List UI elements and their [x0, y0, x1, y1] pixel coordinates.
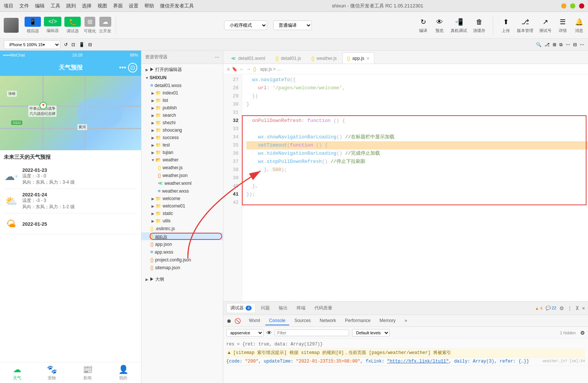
visual-button[interactable]: ⊞ [84, 17, 95, 27]
rotate-icon[interactable]: ↺ [64, 42, 68, 47]
message-button[interactable]: 🔔 消息 [574, 17, 584, 33]
stop-icon[interactable]: ⊡ [71, 42, 75, 47]
upload-button[interactable]: ⬆ 上传 [501, 17, 511, 33]
search-icon[interactable]: 🔍 [536, 42, 541, 47]
tab-mine[interactable]: 👤 我的 [118, 365, 128, 381]
refresh-button[interactable]: ↻ 编译 [418, 17, 428, 33]
code-content[interactable]: wx.navigateTo({ url: '/pages/welcome/wel… [242, 74, 588, 301]
cloud-button[interactable]: ☁ [99, 17, 111, 27]
debug-tab-output[interactable]: 输出 [275, 303, 291, 313]
menu-item-file[interactable]: 文件 [19, 3, 29, 9]
file-sitemap[interactable]: {} sitemap.json [141, 264, 223, 271]
tab-app-js[interactable]: {} app.js × [342, 52, 374, 64]
nav-forward-icon[interactable]: → [246, 67, 251, 72]
tab-detail01-wxml[interactable]: ≪ detail01.wxml [226, 52, 270, 64]
log-level-select[interactable]: Default levels [352, 329, 390, 337]
file-eslintrc[interactable]: {} .eslintrc.js [141, 225, 223, 232]
file-detail01-wxss[interactable]: ≡ detail01.wxss [141, 81, 223, 89]
menu-item-wechat[interactable]: 微信开发者工具 [160, 3, 194, 9]
appservice-select[interactable]: appservice [226, 329, 263, 337]
folder-publish[interactable]: ▶ 📁 publish [141, 104, 223, 112]
project-root[interactable]: ▼ SHIXUN [141, 74, 223, 81]
file-weather-js[interactable]: {} weather.js [141, 164, 223, 171]
nav-back-icon[interactable]: ← [240, 67, 244, 72]
phone-icon[interactable]: 📱 [79, 42, 84, 47]
bookmark-icon[interactable]: 🔖 [232, 67, 237, 72]
menu-item-edit[interactable]: 编辑 [35, 3, 45, 9]
file-project-config[interactable]: {} project.config.json [141, 256, 223, 264]
console-settings-icon[interactable]: ⚙ [580, 330, 585, 336]
close-button[interactable] [579, 3, 584, 9]
compile-mode-select[interactable]: 普通编译 [273, 20, 312, 30]
debug-tab-quality[interactable]: 代码质量 [311, 303, 336, 313]
devtools-block-icon[interactable]: 🚫 [234, 318, 241, 324]
folder-index01[interactable]: ▶ 📁 index01 [141, 89, 223, 97]
file-weather-wxml[interactable]: ≪ weather.wxml [141, 179, 223, 187]
debug-tab-terminal[interactable]: 终端 [293, 303, 309, 313]
detail-button[interactable]: ☰ 详情 [557, 17, 568, 33]
window-controls[interactable] [561, 3, 584, 9]
open-editors-item[interactable]: ▶ ▶ 打开的编辑器 [141, 65, 223, 74]
file-app-wxss[interactable]: ≡ app.wxss [141, 248, 223, 256]
phone-nav-dots[interactable]: ••• ⊙ [119, 64, 137, 72]
folder-static[interactable]: ▶ 📁 static [141, 210, 223, 217]
tab-weather[interactable]: ☁ 天气 [13, 365, 21, 381]
layers-icon[interactable]: ⧉ [559, 42, 563, 47]
eye-icon[interactable]: 👁 [266, 330, 272, 336]
dots-icon[interactable]: ⋯ [566, 42, 570, 47]
filetree-more-icon[interactable]: ⋯ [215, 55, 219, 60]
menu-item-goto[interactable]: 跳到 [66, 3, 76, 9]
debug-more-icon[interactable]: ⋮ [567, 305, 572, 311]
folder-success[interactable]: ▶ 📁 success [141, 134, 223, 141]
devtool-tab-performance[interactable]: Performance [341, 316, 374, 325]
visual-tool[interactable]: ⊞ 可视化 [84, 17, 96, 34]
menu-item-help[interactable]: 帮助 [144, 3, 154, 9]
layout-split-icon[interactable]: ⊟ [573, 42, 577, 47]
devtool-tab-sources[interactable]: Sources [291, 316, 314, 325]
minimize-button[interactable] [561, 3, 566, 9]
menu-item-project[interactable]: 项目 [4, 3, 13, 9]
menu-item-tools[interactable]: 工具 [51, 3, 60, 9]
folder-utils[interactable]: ▶ 📁 utils [141, 217, 223, 225]
tab-weather-js[interactable]: {} weather.js [307, 52, 342, 64]
folder-search[interactable]: ▶ 📁 search [141, 112, 223, 119]
filter-input[interactable] [275, 329, 349, 336]
console-link-0[interactable]: weather.js? [sm]:54 [543, 358, 585, 365]
folder-welcome[interactable]: ▶ 📁 welcome [141, 195, 223, 202]
folder-list[interactable]: ▶ 📁 list [141, 97, 223, 104]
file-app-js[interactable]: {} app.js [141, 232, 223, 240]
file-weather-json[interactable]: {} weather.json [141, 171, 223, 179]
debugger-tool[interactable]: 🐛 调试器 [64, 17, 81, 34]
file-weather-wxss[interactable]: ≡ weather.wxss [141, 187, 223, 195]
editor-button[interactable]: </> [44, 17, 61, 26]
tab-pet[interactable]: 🐾 宠物 [47, 365, 57, 381]
version-button[interactable]: ⎇ 版本管理 [517, 17, 533, 33]
debug-settings-icon[interactable]: ⚙ [559, 305, 564, 311]
debugger-button[interactable]: 🐛 [64, 17, 81, 27]
simulator-button[interactable]: 📱 [25, 17, 41, 27]
devtool-tab-memory[interactable]: Memory [376, 316, 399, 325]
folder-welcome01[interactable]: ▶ 📁 welcome01 [141, 202, 223, 210]
tab-news[interactable]: 📰 新闻 [83, 365, 93, 381]
menu-item-select[interactable]: 选择 [82, 3, 92, 9]
real-test-button[interactable]: 📲 真机调试 [451, 17, 467, 33]
breadcrumb-icon-left[interactable]: ≡ [227, 67, 230, 72]
menu-item-view[interactable]: 视图 [98, 3, 107, 9]
file-app-json[interactable]: {} app.json [141, 240, 223, 248]
more-icon[interactable]: ⋯ [580, 42, 584, 47]
outline-item[interactable]: ▶ ▶ 大纲 [141, 275, 223, 284]
folder-tujian[interactable]: ▶ 📁 tujian [141, 149, 223, 156]
folder-shezhi[interactable]: ▶ 📁 shezhi [141, 119, 223, 126]
simulator-tool[interactable]: 📱 模拟器 [25, 17, 41, 34]
debug-expand-icon[interactable]: ⊼ [575, 305, 579, 311]
devtool-tab-more[interactable]: » [401, 316, 411, 325]
menu-bar[interactable]: 项目 文件 编辑 工具 跳到 选择 视图 界面 设置 帮助 微信开发者工具 [4, 3, 194, 9]
cloud-tool[interactable]: ☁ 云开发 [99, 17, 111, 34]
folder-shoucang[interactable]: ▶ 📁 shoucang [141, 126, 223, 134]
folder-weather[interactable]: ▼ 📂 weather [141, 156, 223, 164]
devtool-tab-wxml[interactable]: Wxml [245, 316, 264, 325]
debug-close-icon[interactable]: × [582, 305, 585, 311]
git-icon[interactable]: ⎇ [544, 42, 550, 47]
clear-cache-button[interactable]: 🗑 清缓存 [473, 17, 485, 33]
menu-item-settings[interactable]: 设置 [129, 3, 138, 9]
